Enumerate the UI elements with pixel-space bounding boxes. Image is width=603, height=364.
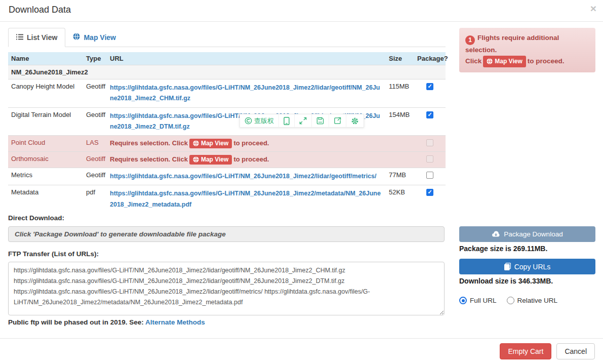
ftp-transfer-label: FTP Transfer (List of URLs): (8, 250, 99, 258)
tab-list-view-label: List View (27, 33, 57, 42)
table-row: Orthomosaic Geotiff Requires selection. … (8, 152, 446, 168)
row-name: Canopy Height Model (8, 79, 83, 108)
ftp-phase-out-note: Public ftp will be phased out in 2019. S… (8, 318, 205, 326)
radio-icon[interactable] (507, 297, 514, 304)
save-icon (316, 117, 324, 125)
tab-map-view[interactable]: Map View (65, 28, 124, 47)
relative-url-radio[interactable]: Relative URL (507, 297, 558, 304)
extension-overlay-toolbar: 查版权 (239, 114, 364, 128)
map-view-button-label: Map View (201, 140, 228, 147)
mobile-icon (284, 117, 290, 125)
row-name: Orthomosaic (8, 152, 83, 168)
alert-click-suffix: to proceed. (528, 57, 565, 65)
download-url-link[interactable]: https://glihtdata.gsfc.nasa.gov/files/G-… (110, 83, 383, 104)
row-size: 115MB (386, 79, 414, 108)
expand-icon (299, 117, 307, 125)
row-name: Metadata (8, 185, 83, 213)
table-row: Metadata pdf https://glihtdata.gsfc.nasa… (8, 185, 446, 213)
map-view-button-label: Map View (201, 156, 228, 163)
full-url-radio[interactable]: Full URL (459, 297, 497, 304)
copy-urls-button[interactable]: Copy URLs (459, 259, 595, 274)
page-title: Download Data (9, 5, 71, 15)
direct-download-field[interactable] (8, 226, 445, 242)
package-download-label: Package Download (504, 230, 562, 238)
table-row: Canopy Height Model Geotiff https://glih… (8, 79, 446, 108)
table-header-row: Name Type URL Size Package? (8, 52, 446, 65)
package-size-text: Package size is 269.11MB. (459, 245, 547, 253)
globe-icon (487, 58, 493, 64)
download-size-text: Download size is 346.33MB. (459, 277, 553, 285)
flights-alert: 1Flights require additional selection. C… (459, 28, 595, 72)
requires-selection-text: to proceed. (233, 139, 269, 147)
flight-group-row: NM_26June2018_Jimez2 (8, 65, 446, 79)
package-checkbox (426, 139, 433, 146)
cloud-download-icon (492, 231, 500, 237)
gear-icon (351, 117, 359, 125)
share-icon (334, 117, 341, 125)
alert-count-badge: 1 (465, 35, 475, 45)
empty-cart-button[interactable]: Empty Cart (500, 343, 551, 359)
share-button[interactable] (329, 114, 346, 127)
row-type: Geotiff (83, 168, 107, 185)
url-format-radio-group: Full URL Relative URL (459, 297, 557, 304)
modal-header: Download Data × (0, 0, 603, 22)
requires-selection-text: Requires selection. Click (110, 155, 188, 163)
copyright-search-button[interactable]: 查版权 (240, 114, 278, 127)
row-type: Geotiff (83, 152, 107, 168)
tab-map-view-label: Map View (84, 33, 116, 42)
row-size: 52KB (386, 185, 414, 213)
copyright-search-icon (245, 117, 252, 125)
download-url-link[interactable]: https://glihtdata.gsfc.nasa.gov/files/G-… (110, 171, 383, 182)
package-download-button[interactable]: Package Download (459, 226, 595, 242)
package-checkbox[interactable] (426, 111, 433, 118)
package-checkbox[interactable] (426, 172, 433, 179)
ftp-url-list-textarea[interactable]: https://glihtdata.gsfc.nasa.gov/files/G-… (8, 262, 445, 315)
copy-urls-label: Copy URLs (514, 263, 551, 271)
map-view-button[interactable]: Map View (189, 155, 232, 165)
map-view-button-label: Map View (495, 57, 522, 66)
flight-group-label: NM_26June2018_Jimez2 (8, 65, 446, 79)
save-button[interactable] (311, 114, 329, 127)
globe-icon (73, 33, 80, 42)
requires-selection-text: to proceed. (233, 155, 269, 163)
fullscreen-button[interactable] (294, 114, 311, 127)
row-type: Geotiff (83, 79, 107, 108)
copyright-search-label: 查版权 (254, 116, 274, 126)
package-checkbox[interactable] (426, 189, 433, 196)
tab-list-view[interactable]: List View (8, 28, 65, 47)
ftp-phase-out-text: Public ftp will be phased out in 2019. S… (8, 318, 144, 326)
requires-selection-text: Requires selection. Click (110, 139, 188, 147)
package-checkbox (426, 155, 433, 163)
close-icon[interactable]: × (590, 3, 596, 14)
settings-button[interactable] (346, 114, 364, 127)
row-size: 154MB (386, 107, 414, 136)
column-header-package: Package? (414, 52, 446, 65)
globe-icon (193, 140, 199, 146)
table-row: Metrics Geotiff https://glihtdata.gsfc.n… (8, 168, 446, 185)
map-view-button[interactable]: Map View (189, 139, 232, 148)
row-name: Digital Terrain Model (8, 107, 83, 136)
row-type: pdf (83, 185, 107, 213)
radio-icon[interactable] (459, 297, 467, 304)
row-name: Point Cloud (8, 136, 83, 152)
row-type: Geotiff (83, 107, 107, 136)
alert-click-prefix: Click (465, 57, 481, 65)
row-size (386, 152, 414, 168)
map-view-button[interactable]: Map View (483, 56, 526, 68)
alternate-methods-link[interactable]: Alternate Methods (145, 318, 205, 326)
download-table: Name Type URL Size Package? NM_26June201… (8, 52, 446, 213)
view-tabs: List View Map View (8, 28, 446, 47)
copy-icon (504, 263, 511, 270)
mobile-view-button[interactable] (278, 114, 294, 127)
direct-download-label: Direct Download: (8, 214, 64, 222)
row-size (386, 136, 414, 152)
row-size: 77MB (386, 168, 414, 185)
row-type: LAS (83, 136, 107, 152)
alert-message: Flights require additional selection. (465, 34, 559, 54)
download-url-link[interactable]: https://glihtdata.gsfc.nasa.gov/files/G-… (110, 188, 383, 210)
full-url-radio-label: Full URL (470, 297, 497, 304)
cancel-button[interactable]: Cancel (556, 343, 595, 359)
row-name: Metrics (8, 168, 83, 185)
column-header-size: Size (386, 52, 414, 65)
package-checkbox[interactable] (426, 83, 433, 90)
